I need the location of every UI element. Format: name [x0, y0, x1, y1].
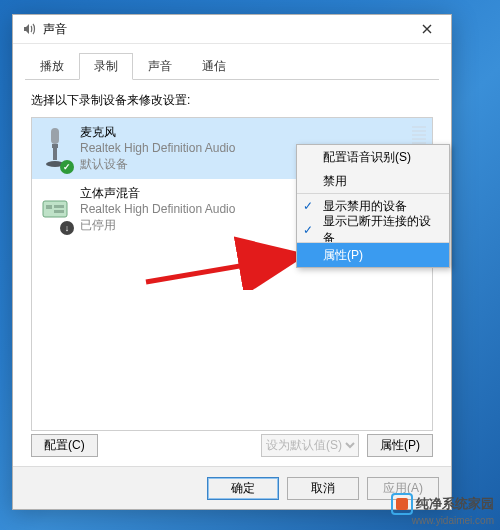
tab-strip: 播放 录制 声音 通信 [25, 52, 439, 80]
check-icon: ✓ [303, 199, 313, 213]
svg-rect-7 [54, 210, 64, 213]
sound-icon [21, 21, 37, 37]
arrow-down-icon [60, 221, 74, 235]
device-name: 麦克风 [80, 124, 404, 140]
sound-card-icon [38, 185, 72, 233]
watermark-logo-icon [391, 493, 413, 515]
tab-recording[interactable]: 录制 [79, 53, 133, 80]
watermark: 纯净系统家园 www.yidaimei.com [308, 474, 500, 530]
check-icon [60, 160, 74, 174]
menu-properties[interactable]: 属性(P) [297, 242, 449, 267]
context-menu: 配置语音识别(S) 禁用 ✓显示禁用的设备 ✓显示已断开连接的设备 属性(P) [296, 144, 450, 268]
instruction-text: 选择以下录制设备来修改设置: [31, 92, 433, 109]
properties-button[interactable]: 属性(P) [367, 434, 433, 457]
microphone-icon [38, 124, 72, 172]
list-button-row: 配置(C) 设为默认值(S) 属性(P) [31, 431, 433, 459]
svg-rect-5 [46, 205, 52, 209]
titlebar: 声音 [13, 15, 451, 44]
menu-show-disconnected[interactable]: ✓显示已断开连接的设备 [297, 218, 449, 242]
svg-rect-0 [51, 128, 59, 144]
menu-speech-recognition[interactable]: 配置语音识别(S) [297, 145, 449, 169]
menu-disable[interactable]: 禁用 [297, 169, 449, 193]
tab-sounds[interactable]: 声音 [133, 53, 187, 80]
ok-button[interactable]: 确定 [207, 477, 279, 500]
close-button[interactable] [407, 15, 447, 43]
window-title: 声音 [43, 21, 407, 38]
svg-rect-6 [54, 205, 64, 208]
check-icon: ✓ [303, 223, 313, 237]
configure-button[interactable]: 配置(C) [31, 434, 98, 457]
set-default-dropdown[interactable]: 设为默认值(S) [261, 434, 359, 457]
svg-rect-2 [53, 148, 57, 160]
svg-rect-1 [52, 144, 58, 148]
tab-communications[interactable]: 通信 [187, 53, 241, 80]
tab-playback[interactable]: 播放 [25, 53, 79, 80]
